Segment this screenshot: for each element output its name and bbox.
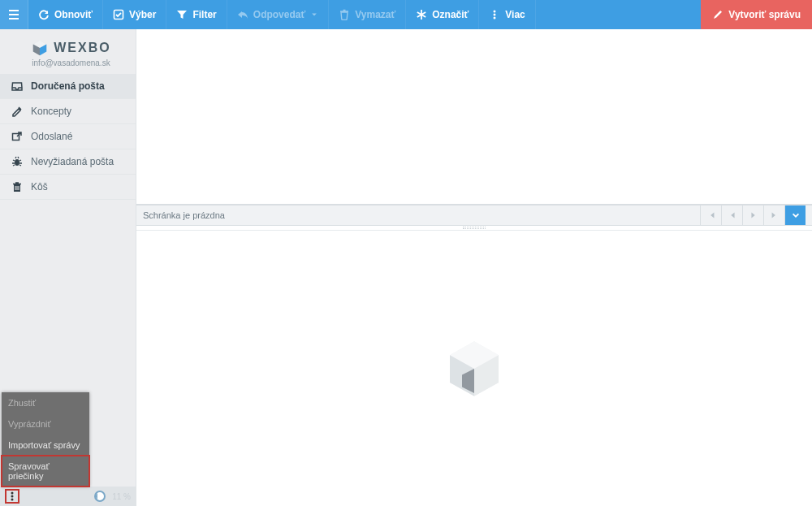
quota-text: 11 % (112, 492, 131, 501)
inbox-icon (11, 80, 23, 92)
asterisk-icon (416, 9, 427, 20)
select-button[interactable]: Výber (103, 0, 166, 29)
pager-next[interactable] (742, 205, 763, 225)
empty-mailbox-text: Schránka je prázdna (143, 210, 700, 220)
button-label: Vytvoriť správu (728, 9, 801, 20)
list-footer: Schránka je prázdna (136, 205, 812, 226)
bug-icon (11, 156, 23, 167)
preview-pane (136, 231, 812, 506)
folder-label: Koncepty (31, 106, 71, 117)
delete-button: Vymazať (329, 0, 406, 29)
reply-button: Odpovedať (227, 0, 329, 29)
bin-icon (11, 181, 23, 192)
sidebar: WEXBO info@vasadomena.sk Doručená pošta … (0, 29, 136, 506)
brand-block: WEXBO info@vasadomena.sk (0, 29, 136, 74)
folder-label: Doručená pošta (31, 80, 105, 92)
reply-icon (237, 9, 248, 20)
external-icon (11, 131, 23, 142)
refresh-button[interactable]: Obnoviť (28, 0, 103, 29)
kebab-icon (489, 9, 500, 20)
folder-label: Kôš (31, 181, 48, 192)
kebab-icon (6, 491, 18, 502)
ctx-label: Vyprázdniť (8, 419, 51, 429)
main-area: Schránka je prázdna (136, 29, 812, 506)
button-label: Označiť (432, 9, 469, 20)
ctx-import[interactable]: Importovať správy (2, 435, 89, 456)
message-list-pane (136, 29, 812, 205)
folder-label: Nevyžiadaná pošta (31, 156, 114, 167)
brand-name: WEXBO (54, 41, 110, 55)
refresh-icon (38, 9, 50, 20)
folder-actions-button[interactable] (5, 489, 19, 504)
folder-label: Odoslané (31, 131, 72, 142)
button-label: Obnoviť (54, 9, 93, 20)
button-label: Vymazať (355, 9, 395, 20)
ctx-label: Zhustiť (8, 398, 36, 408)
folder-trash[interactable]: Kôš (0, 175, 136, 200)
logo-icon (31, 39, 49, 57)
trash-icon (339, 9, 350, 20)
pager-prev[interactable] (721, 205, 742, 225)
compose-button[interactable]: Vytvoriť správu (701, 0, 812, 29)
ctx-compact: Zhustiť (2, 392, 89, 413)
folder-list: Doručená pošta Koncepty Odoslané Nevyžia… (0, 74, 136, 200)
edit-icon (11, 106, 23, 117)
button-label: Výber (129, 9, 156, 20)
top-toolbar: Obnoviť Výber Filter Odpovedať Vymazať O… (0, 0, 812, 29)
ctx-manage-folders[interactable]: Spravovať priečinky (2, 456, 89, 487)
pencil-icon (712, 9, 723, 20)
watermark-icon (438, 332, 511, 405)
ctx-label: Importovať správy (8, 440, 80, 450)
button-label: Filter (192, 9, 216, 20)
folder-sent[interactable]: Odoslané (0, 124, 136, 149)
folder-context-menu: Zhustiť Vyprázdniť Importovať správy Spr… (2, 392, 89, 487)
more-button[interactable]: Viac (479, 0, 535, 29)
folder-inbox[interactable]: Doručená pošta (0, 74, 136, 99)
filter-button[interactable]: Filter (166, 0, 227, 29)
folder-spam[interactable]: Nevyžiadaná pošta (0, 149, 136, 175)
button-label: Viac (505, 9, 525, 20)
hamburger-button[interactable] (0, 0, 28, 29)
caret-down-icon (310, 9, 318, 20)
pager-first[interactable] (700, 205, 721, 225)
ctx-empty: Vyprázdniť (2, 413, 89, 435)
folder-drafts[interactable]: Koncepty (0, 99, 136, 124)
quota-indicator-icon (94, 491, 106, 502)
button-label: Odpovedať (253, 9, 305, 20)
pager-expand[interactable] (784, 205, 806, 225)
bars-icon (8, 9, 19, 20)
brand-subtitle: info@vasadomena.sk (32, 58, 110, 67)
funnel-icon (176, 9, 188, 20)
ctx-label: Spravovať priečinky (8, 461, 50, 481)
pager (700, 205, 806, 225)
pager-last[interactable] (763, 205, 784, 225)
check-square-icon (113, 9, 124, 20)
mark-button[interactable]: Označiť (406, 0, 479, 29)
sidebar-footer: 11 % (0, 487, 136, 506)
